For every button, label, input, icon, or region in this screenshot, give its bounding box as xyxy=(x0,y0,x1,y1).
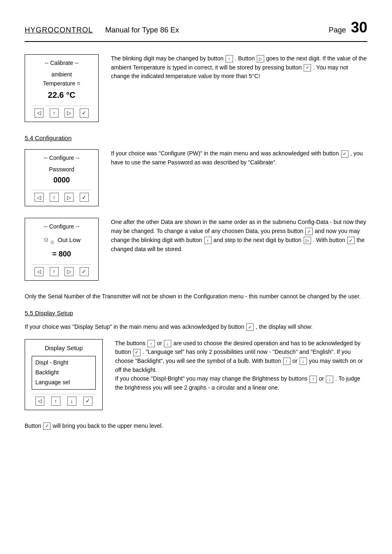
header-subtitle: Manual for Type 86 Ex xyxy=(105,25,179,36)
inline-btn-up5c: ↑ xyxy=(309,376,317,383)
inline-btn-next1: ▷ xyxy=(257,55,264,62)
config-pw-btn-ok[interactable]: ✓ xyxy=(80,193,89,202)
configure-password-content: Password 0000 xyxy=(32,165,92,186)
configure-outlow-title: -- Configure -- xyxy=(32,222,92,231)
calibrate-value: 22.6 °C xyxy=(32,88,92,102)
display-btn-down[interactable]: ↓ xyxy=(67,397,76,406)
display-setup-description: The buttons ↑ or ↓ are used to choose th… xyxy=(115,339,367,392)
bottom-paragraph: Button ✓ will bring you back to the uppe… xyxy=(25,422,367,431)
calibrate-line2: Temperature = xyxy=(32,79,92,88)
configure-password-section: -- Configure -- Password 0000 ◁ ↑ ▷ ✓ If… xyxy=(25,149,367,206)
header-title: HYGROCONTROL xyxy=(25,25,93,36)
calibrate-box: -- Calibrate -- ambient Temperature = 22… xyxy=(25,54,99,122)
config-ol-btn-back[interactable]: ◁ xyxy=(35,267,44,276)
display-setup-intro: If your choice was "Display Setup" in th… xyxy=(25,323,367,332)
configure-password-box: -- Configure -- Password 0000 ◁ ↑ ▷ ✓ xyxy=(25,149,99,206)
calibrate-btn-back[interactable]: ◁ xyxy=(35,108,44,118)
section-54-heading: 5.4 Configuration xyxy=(25,134,367,143)
configure-password-description: If your choice was "Configure (PW)" in t… xyxy=(111,149,367,167)
config-ol-btn-ok[interactable]: ✓ xyxy=(80,267,89,276)
inline-btn-ok2: ✓ xyxy=(341,150,348,158)
inline-btn-down5c: ↓ xyxy=(326,376,333,383)
inline-btn-ok-bottom: ✓ xyxy=(43,422,51,430)
configure-password-value: 0000 xyxy=(32,174,92,186)
calibrate-btn-up[interactable]: ↑ xyxy=(50,108,59,118)
inline-btn-ok1: ✓ xyxy=(304,64,311,72)
configure-outlow-description: One after the other Data are shown in th… xyxy=(111,218,367,254)
configure-password-buttons: ◁ ↑ ▷ ✓ xyxy=(32,190,92,202)
calibrate-description: The blinking digit may be changed by but… xyxy=(111,54,367,81)
display-setup-section: Display Setup Displ - Bright Backlight L… xyxy=(25,339,367,410)
inline-btn-ok5: ✓ xyxy=(133,349,141,356)
display-btn-up[interactable]: ↑ xyxy=(51,397,60,406)
calibrate-line1: ambient xyxy=(32,70,92,79)
inline-btn-up1: ↑ xyxy=(226,55,233,62)
config-pw-btn-back[interactable]: ◁ xyxy=(35,193,44,202)
calibrate-buttons: ◁ ↑ ▷ ✓ xyxy=(32,106,92,118)
config-pw-btn-next[interactable]: ▷ xyxy=(65,193,74,202)
configure-outlow-content: ☼☼ Out Low = 800 xyxy=(32,233,92,260)
display-btn-back[interactable]: ◁ xyxy=(35,397,44,406)
configure-outlow-value: = 800 xyxy=(32,248,92,260)
section-55-heading: 5.5 Display Setup xyxy=(25,309,367,318)
inline-btn-ok3b: ✓ xyxy=(347,237,355,244)
inline-btn-ok4: ✓ xyxy=(246,323,254,331)
display-btn-ok[interactable]: ✓ xyxy=(83,397,92,406)
config-pw-btn-up[interactable]: ↑ xyxy=(50,193,59,202)
display-setup-title: Display Setup xyxy=(32,344,96,353)
calibrate-content: ambient Temperature = 22.6 °C xyxy=(32,70,92,102)
calibrate-section: -- Calibrate -- ambient Temperature = 22… xyxy=(25,54,367,122)
page-header: HYGROCONTROL Manual for Type 86 Ex Page … xyxy=(25,16,367,42)
configure-password-title: -- Configure -- xyxy=(32,154,92,162)
serial-note: Only the Serial Number of the Transmitte… xyxy=(25,292,367,301)
display-setup-item-2: Backlight xyxy=(35,368,92,378)
header-page-number: 30 xyxy=(351,16,367,39)
inline-btn-down5b: ↓ xyxy=(300,358,307,365)
display-setup-buttons: ◁ ↑ ↓ ✓ xyxy=(32,394,96,406)
display-setup-item-3: Language sel xyxy=(35,378,92,388)
display-setup-items: Displ - Bright Backlight Language sel xyxy=(32,356,96,389)
inline-btn-up3: ↑ xyxy=(204,237,212,244)
configure-outlow-section: -- Configure -- ☼☼ Out Low = 800 ◁ ↑ ▷ ✓… xyxy=(25,218,367,280)
configure-outlow-row: ☼☼ Out Low xyxy=(32,233,92,247)
display-setup-box: Display Setup Displ - Bright Backlight L… xyxy=(25,339,103,410)
configure-outlow-box: -- Configure -- ☼☼ Out Low = 800 ◁ ↑ ▷ ✓ xyxy=(25,218,99,280)
display-setup-item-1: Displ - Bright xyxy=(35,358,92,368)
inline-btn-ok3: ✓ xyxy=(305,228,313,235)
header-page-label: Page xyxy=(329,25,346,36)
inline-btn-down5: ↓ xyxy=(164,340,171,347)
configure-outlow-label: Out Low xyxy=(58,235,81,245)
inline-btn-up5b: ↑ xyxy=(283,358,291,365)
calibrate-btn-ok[interactable]: ✓ xyxy=(80,108,89,118)
inline-btn-up5: ↑ xyxy=(148,340,155,347)
config-ol-btn-next[interactable]: ▷ xyxy=(65,267,74,276)
bulb-icon: ☼☼ xyxy=(43,233,55,247)
inline-btn-next3: ▷ xyxy=(304,237,311,244)
calibrate-btn-next[interactable]: ▷ xyxy=(65,108,74,118)
calibrate-title: -- Calibrate -- xyxy=(32,59,92,67)
configure-outlow-buttons: ◁ ↑ ▷ ✓ xyxy=(32,264,92,276)
configure-password-line1: Password xyxy=(32,165,92,174)
config-ol-btn-up[interactable]: ↑ xyxy=(50,267,59,276)
